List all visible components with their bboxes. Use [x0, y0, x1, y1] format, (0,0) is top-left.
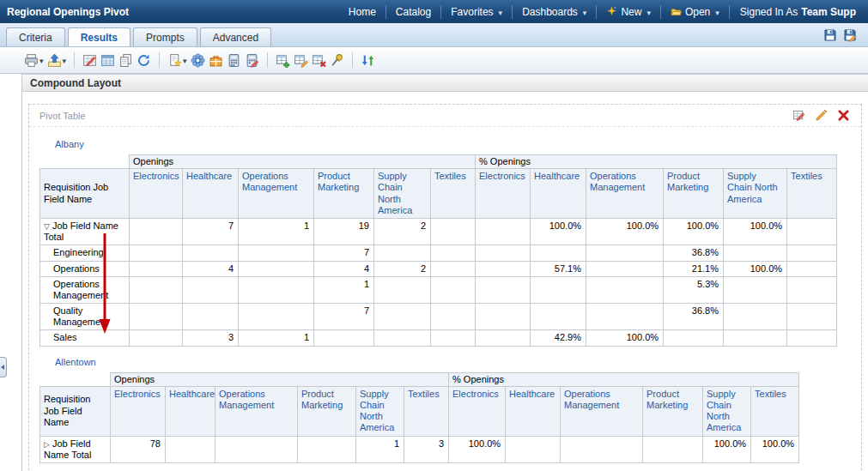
column-header[interactable]: Textiles: [431, 169, 476, 219]
column-header[interactable]: Supply Chain North America: [374, 169, 431, 219]
row-total-label[interactable]: ▽Job Field Name Total: [40, 218, 130, 245]
data-cell: 100.0%: [586, 218, 664, 245]
nav-home[interactable]: Home: [339, 5, 385, 19]
tab-advanced[interactable]: Advanced: [200, 27, 271, 46]
column-header[interactable]: Operations Management: [561, 386, 643, 436]
data-cell: [664, 330, 724, 346]
data-cell: [374, 276, 431, 303]
new-group-button[interactable]: [275, 52, 291, 69]
column-header[interactable]: Operations Management: [215, 386, 298, 436]
data-cell: [314, 330, 374, 346]
data-cell: 7: [314, 304, 374, 330]
column-header[interactable]: Healthcare: [183, 169, 239, 219]
column-header[interactable]: Electronics: [111, 386, 166, 436]
column-header[interactable]: Product Marketing: [643, 386, 703, 436]
save-button[interactable]: [822, 27, 838, 43]
column-header[interactable]: Product Marketing: [314, 169, 374, 219]
preview-button[interactable]: [190, 52, 206, 69]
column-header[interactable]: Textiles: [751, 386, 799, 436]
column-header[interactable]: Operations Management: [586, 169, 664, 219]
column-header[interactable]: Supply Chain North America: [724, 169, 787, 219]
show-results-button[interactable]: [82, 52, 98, 69]
data-cell: [476, 218, 531, 245]
data-cell: [183, 304, 239, 330]
signed-in-user[interactable]: Team Supp: [801, 6, 856, 18]
nav-label: Home: [349, 6, 376, 18]
copy-button[interactable]: [118, 52, 134, 69]
data-cell: [374, 245, 431, 261]
freeze-button[interactable]: [329, 52, 345, 69]
row-dimension-header[interactable]: Requisition Job Field Name: [40, 386, 111, 436]
data-cell: [643, 436, 703, 462]
data-cell: 100.0%: [724, 261, 787, 276]
remove-group-button[interactable]: [311, 52, 327, 69]
row-total-label[interactable]: ▷Job Field Name Total: [40, 436, 111, 462]
column-header[interactable]: Healthcare: [506, 386, 561, 436]
pivot-view-panel: Pivot Table Albany Openings% OpeningsReq…: [28, 104, 862, 471]
export-button[interactable]: [46, 52, 68, 69]
data-cell: [506, 436, 561, 462]
edit-view-button[interactable]: [814, 108, 829, 123]
nav-dashboards[interactable]: Dashboards: [512, 5, 596, 19]
pivot-table-albany: Openings% OpeningsRequisition Job Field …: [39, 154, 837, 347]
new-calculated-measure-button[interactable]: [226, 52, 242, 69]
data-cell: 4: [314, 261, 374, 276]
print-button[interactable]: [23, 52, 45, 69]
region-link-allentown[interactable]: Allentown: [55, 357, 96, 367]
tab-results[interactable]: Results: [68, 27, 131, 46]
data-cell: 100.0%: [449, 436, 506, 462]
expand-collapse-icon[interactable]: ▽: [44, 222, 50, 231]
data-cell: [431, 276, 476, 303]
view-title: Pivot Table: [39, 111, 86, 121]
nav-new[interactable]: New: [596, 5, 660, 19]
nav-favorites[interactable]: Favorites: [440, 5, 512, 19]
column-header[interactable]: Product Marketing: [664, 169, 724, 219]
region-link-albany[interactable]: Albany: [55, 139, 84, 149]
tab-criteria[interactable]: Criteria: [6, 27, 65, 46]
signed-in-status: Signed In AsTeam Supp: [729, 5, 861, 19]
row-label: Engineering: [40, 245, 130, 261]
column-header[interactable]: Electronics: [476, 169, 531, 219]
view-properties-button[interactable]: [792, 108, 806, 123]
data-cell: [374, 330, 431, 346]
dropdown-caret-icon: [62, 55, 67, 65]
column-header[interactable]: Textiles: [404, 386, 449, 436]
data-cell: 42.9%: [531, 330, 586, 346]
column-header[interactable]: Healthcare: [531, 169, 586, 219]
save-as-button[interactable]: [842, 27, 858, 43]
data-cell: 1: [314, 276, 374, 303]
column-header[interactable]: Healthcare: [166, 386, 215, 436]
data-cell: [431, 218, 476, 245]
column-header[interactable]: Electronics: [130, 169, 183, 219]
new-view-button[interactable]: [167, 52, 188, 69]
data-cell: [374, 304, 431, 330]
column-header[interactable]: Electronics: [449, 386, 506, 436]
sort-button[interactable]: [360, 52, 376, 69]
data-cell: 3: [183, 330, 239, 346]
column-header[interactable]: Operations Management: [239, 169, 314, 219]
data-cell: [787, 245, 837, 261]
nav-catalog[interactable]: Catalog: [385, 5, 440, 19]
data-cell: 7: [314, 245, 374, 261]
data-cell: [239, 276, 314, 303]
tab-prompts[interactable]: Prompts: [133, 27, 197, 46]
row-dimension-header[interactable]: Requisition Job Field Name: [40, 169, 130, 219]
pane-collapse-handle[interactable]: [0, 357, 7, 377]
new-calculated-item-button[interactable]: [208, 52, 224, 69]
data-cell: [787, 261, 837, 276]
nav-label: Dashboards: [522, 6, 578, 18]
edit-group-button[interactable]: [293, 52, 309, 69]
column-header[interactable]: Supply Chain North America: [703, 386, 751, 436]
column-header[interactable]: Textiles: [787, 169, 837, 219]
remove-view-button[interactable]: [836, 108, 851, 123]
refresh-button[interactable]: [136, 52, 152, 69]
column-header[interactable]: Product Marketing: [298, 386, 356, 436]
expand-collapse-icon[interactable]: ▷: [44, 440, 50, 449]
nav-open[interactable]: Open: [660, 5, 729, 19]
left-rail: [0, 74, 22, 471]
topbar: Regional Openings Pivot Home Catalog Fav…: [0, 0, 868, 23]
signed-in-label: Signed In As: [740, 6, 798, 18]
column-header[interactable]: Supply Chain North America: [356, 386, 404, 436]
edit-calculated-measure-button[interactable]: [244, 52, 260, 69]
view-sql-button[interactable]: [100, 52, 116, 69]
